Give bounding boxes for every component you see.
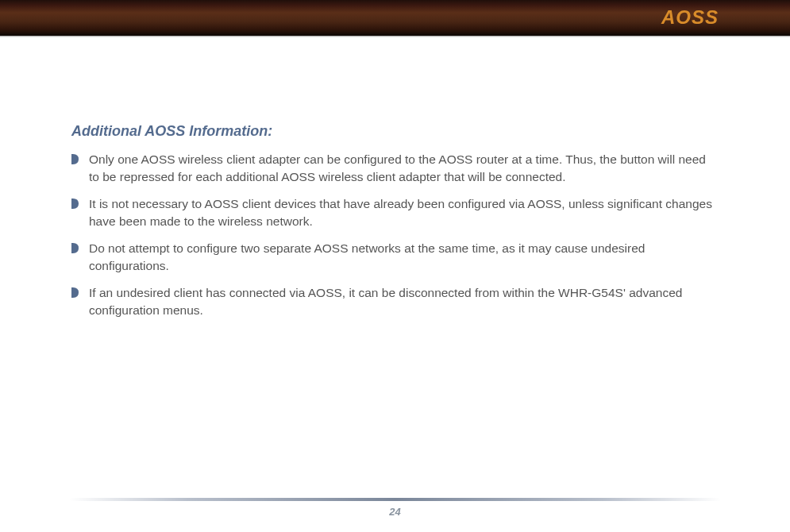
list-item: It is not necessary to AOSS client devic… xyxy=(71,195,719,230)
list-item: Only one AOSS wireless client adapter ca… xyxy=(71,151,719,186)
bullet-d-icon xyxy=(71,154,79,164)
list-item-text: If an undesired client has connected via… xyxy=(89,286,682,317)
list-item: Do not attempt to configure two separate… xyxy=(71,240,719,275)
document-page: AOSS Additional AOSS Information: Only o… xyxy=(0,0,790,532)
bullet-d-icon xyxy=(71,199,79,209)
list-item-text: Only one AOSS wireless client adapter ca… xyxy=(89,152,706,183)
page-number: 24 xyxy=(0,506,790,518)
list-item-text: It is not necessary to AOSS client devic… xyxy=(89,197,712,228)
list-item-text: Do not attempt to configure two separate… xyxy=(89,241,645,272)
footer-area: 24 xyxy=(0,498,790,518)
bullet-list: Only one AOSS wireless client adapter ca… xyxy=(71,151,719,319)
header-band: AOSS xyxy=(0,0,790,36)
bullet-d-icon xyxy=(71,243,79,253)
content-area: Additional AOSS Information: Only one AO… xyxy=(0,36,790,319)
list-item: If an undesired client has connected via… xyxy=(71,284,719,319)
bullet-d-icon xyxy=(71,287,79,298)
horizontal-rule xyxy=(70,498,721,501)
section-heading: Additional AOSS Information: xyxy=(71,123,719,140)
header-title: AOSS xyxy=(661,6,719,29)
